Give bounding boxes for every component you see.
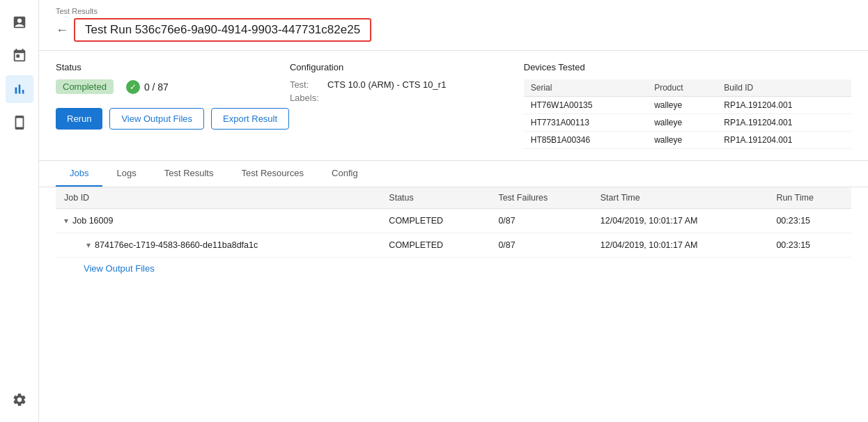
sidebar-item-results[interactable] bbox=[6, 75, 33, 103]
breadcrumb: Test Results bbox=[56, 7, 851, 15]
sidebar bbox=[0, 0, 39, 422]
job-row: ▾874176ec-1719-4583-8660-de11ba8dfa1cCOM… bbox=[56, 233, 851, 258]
tab-jobs[interactable]: Jobs bbox=[56, 161, 102, 187]
title-row: ← Test Run 536c76e6-9a90-4914-9903-44773… bbox=[56, 18, 851, 42]
action-buttons: Rerun View Output Files Export Result bbox=[56, 108, 290, 130]
tab-test-results[interactable]: Test Results bbox=[150, 161, 228, 187]
tab-logs[interactable]: Logs bbox=[102, 161, 150, 187]
devices-col: Devices Tested Serial Product Build ID H… bbox=[524, 62, 851, 149]
config-test-row: Test: CTS 10.0 (ARM) - CTS 10_r1 bbox=[290, 79, 524, 90]
devices-table: Serial Product Build ID HT76W1A00135wall… bbox=[524, 79, 851, 149]
tab-config[interactable]: Config bbox=[318, 161, 372, 187]
job-row: ▾Job 16009COMPLETED0/8712/04/2019, 10:01… bbox=[56, 209, 851, 233]
col-build-id: Build ID bbox=[717, 79, 851, 97]
config-labels-row: Labels: bbox=[290, 93, 524, 103]
test-value: CTS 10.0 (ARM) - CTS 10_r1 bbox=[327, 79, 447, 90]
sidebar-item-schedules[interactable] bbox=[6, 42, 33, 70]
device-row: HT76W1A00135walleyeRP1A.191204.001 bbox=[524, 97, 851, 114]
config-label: Configuration bbox=[290, 62, 524, 72]
main-content: Test Results ← Test Run 536c76e6-9a90-49… bbox=[39, 0, 868, 422]
status-badge: Completed bbox=[56, 79, 114, 94]
view-output-files-link[interactable]: View Output Files bbox=[56, 258, 851, 279]
chevron-icon[interactable]: ▾ bbox=[86, 240, 91, 250]
chevron-icon[interactable]: ▾ bbox=[64, 216, 68, 226]
status-label: Status bbox=[56, 62, 290, 72]
check-circle-icon: ✓ bbox=[126, 80, 140, 94]
status-col: Status Completed ✓ 0 / 87 Rerun View Out… bbox=[56, 62, 290, 149]
rerun-button[interactable]: Rerun bbox=[56, 108, 102, 130]
view-output-button[interactable]: View Output Files bbox=[109, 108, 204, 130]
page-header: Test Results ← Test Run 536c76e6-9a90-49… bbox=[39, 0, 868, 51]
sidebar-item-settings[interactable] bbox=[6, 386, 33, 414]
export-result-button[interactable]: Export Result bbox=[211, 108, 289, 130]
device-row: HT7731A00113walleyeRP1A.191204.001 bbox=[524, 114, 851, 132]
sidebar-item-devices[interactable] bbox=[6, 109, 33, 136]
device-row: HT85B1A00346walleyeRP1A.191204.001 bbox=[524, 132, 851, 149]
labels-key: Labels: bbox=[290, 93, 323, 103]
pass-count: ✓ 0 / 87 bbox=[126, 80, 169, 94]
config-col: Configuration Test: CTS 10.0 (ARM) - CTS… bbox=[290, 62, 524, 149]
devices-label: Devices Tested bbox=[524, 62, 851, 72]
col-product: Product bbox=[647, 79, 717, 97]
col-serial: Serial bbox=[524, 79, 647, 97]
tab-test-resources[interactable]: Test Resources bbox=[227, 161, 318, 187]
tabs-bar: JobsLogsTest ResultsTest ResourcesConfig bbox=[39, 161, 868, 187]
test-key: Test: bbox=[290, 79, 323, 90]
info-section: Status Completed ✓ 0 / 87 Rerun View Out… bbox=[39, 51, 868, 161]
jobs-table: Job IDStatusTest FailuresStart TimeRun T… bbox=[56, 187, 851, 258]
test-run-title: Test Run 536c76e6-9a90-4914-9903-447731c… bbox=[74, 18, 371, 42]
back-button[interactable]: ← bbox=[56, 23, 68, 38]
sidebar-item-test-plans[interactable] bbox=[6, 8, 33, 36]
jobs-table-wrap: Job IDStatusTest FailuresStart TimeRun T… bbox=[39, 187, 868, 422]
